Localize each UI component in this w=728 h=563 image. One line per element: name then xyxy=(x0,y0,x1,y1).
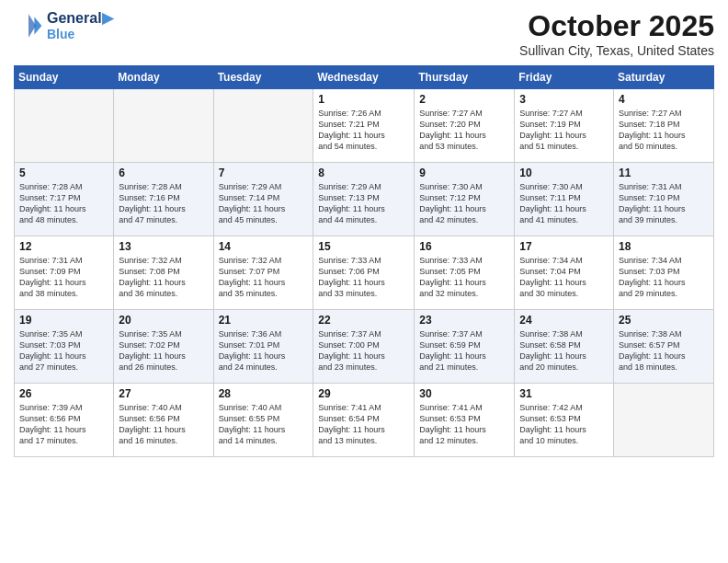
table-row: 4Sunrise: 7:27 AMSunset: 7:18 PMDaylight… xyxy=(614,89,714,163)
day-info: Sunrise: 7:34 AMSunset: 7:03 PMDaylight:… xyxy=(619,255,709,300)
day-info: Sunrise: 7:34 AMSunset: 7:04 PMDaylight:… xyxy=(519,255,609,300)
day-number: 2 xyxy=(419,93,509,106)
table-row: 2Sunrise: 7:27 AMSunset: 7:20 PMDaylight… xyxy=(415,89,515,163)
day-number: 1 xyxy=(318,93,409,106)
day-number: 17 xyxy=(519,240,609,253)
day-info: Sunrise: 7:28 AMSunset: 7:17 PMDaylight:… xyxy=(19,181,108,226)
logo: General▶ Blue xyxy=(14,9,113,41)
day-info: Sunrise: 7:42 AMSunset: 6:53 PMDaylight:… xyxy=(519,402,609,447)
logo-icon xyxy=(14,11,43,40)
day-number: 7 xyxy=(219,167,309,179)
day-info: Sunrise: 7:27 AMSunset: 7:18 PMDaylight:… xyxy=(619,108,709,153)
day-number: 24 xyxy=(519,314,609,327)
day-info: Sunrise: 7:33 AMSunset: 7:06 PMDaylight:… xyxy=(318,255,409,300)
page: General▶ Blue October 2025 Sullivan City… xyxy=(0,0,728,563)
table-row xyxy=(15,89,114,163)
day-info: Sunrise: 7:40 AMSunset: 6:55 PMDaylight:… xyxy=(219,402,309,447)
table-row xyxy=(114,89,213,163)
day-number: 4 xyxy=(619,93,709,106)
day-number: 16 xyxy=(419,240,509,253)
day-number: 12 xyxy=(19,240,108,253)
table-row: 11Sunrise: 7:31 AMSunset: 7:10 PMDayligh… xyxy=(614,163,714,236)
day-number: 28 xyxy=(219,387,309,400)
day-info: Sunrise: 7:39 AMSunset: 6:56 PMDaylight:… xyxy=(19,402,108,447)
table-row: 26Sunrise: 7:39 AMSunset: 6:56 PMDayligh… xyxy=(15,384,114,457)
day-info: Sunrise: 7:26 AMSunset: 7:21 PMDaylight:… xyxy=(318,108,409,153)
day-number: 30 xyxy=(419,387,509,400)
day-info: Sunrise: 7:41 AMSunset: 6:54 PMDaylight:… xyxy=(318,402,409,447)
col-sunday: Sunday xyxy=(15,66,114,89)
day-info: Sunrise: 7:35 AMSunset: 7:02 PMDaylight:… xyxy=(119,328,208,373)
table-row: 8Sunrise: 7:29 AMSunset: 7:13 PMDaylight… xyxy=(313,163,415,236)
day-info: Sunrise: 7:36 AMSunset: 7:01 PMDaylight:… xyxy=(219,328,309,373)
table-row: 15Sunrise: 7:33 AMSunset: 7:06 PMDayligh… xyxy=(313,236,415,310)
day-info: Sunrise: 7:41 AMSunset: 6:53 PMDaylight:… xyxy=(419,402,509,447)
location: Sullivan City, Texas, United States xyxy=(519,43,714,58)
table-row: 5Sunrise: 7:28 AMSunset: 7:17 PMDaylight… xyxy=(15,163,114,236)
table-row: 23Sunrise: 7:37 AMSunset: 6:59 PMDayligh… xyxy=(415,310,515,384)
table-row: 18Sunrise: 7:34 AMSunset: 7:03 PMDayligh… xyxy=(614,236,714,310)
day-number: 5 xyxy=(19,167,108,179)
table-row: 19Sunrise: 7:35 AMSunset: 7:03 PMDayligh… xyxy=(15,310,114,384)
calendar-week-row: 1Sunrise: 7:26 AMSunset: 7:21 PMDaylight… xyxy=(15,89,714,163)
table-row: 13Sunrise: 7:32 AMSunset: 7:08 PMDayligh… xyxy=(114,236,213,310)
day-number: 26 xyxy=(19,387,108,400)
day-number: 10 xyxy=(519,167,609,179)
table-row: 9Sunrise: 7:30 AMSunset: 7:12 PMDaylight… xyxy=(415,163,515,236)
table-row xyxy=(213,89,313,163)
day-info: Sunrise: 7:27 AMSunset: 7:19 PMDaylight:… xyxy=(519,108,609,153)
calendar-header-row: Sunday Monday Tuesday Wednesday Thursday… xyxy=(15,66,714,89)
day-number: 3 xyxy=(519,93,609,106)
title-block: October 2025 Sullivan City, Texas, Unite… xyxy=(519,9,714,58)
day-info: Sunrise: 7:31 AMSunset: 7:10 PMDaylight:… xyxy=(619,181,709,226)
table-row: 24Sunrise: 7:38 AMSunset: 6:58 PMDayligh… xyxy=(515,310,614,384)
table-row: 14Sunrise: 7:32 AMSunset: 7:07 PMDayligh… xyxy=(213,236,313,310)
day-number: 9 xyxy=(419,167,509,179)
table-row: 29Sunrise: 7:41 AMSunset: 6:54 PMDayligh… xyxy=(313,384,415,457)
header: General▶ Blue October 2025 Sullivan City… xyxy=(14,9,714,58)
day-info: Sunrise: 7:27 AMSunset: 7:20 PMDaylight:… xyxy=(419,108,509,153)
calendar-week-row: 12Sunrise: 7:31 AMSunset: 7:09 PMDayligh… xyxy=(15,236,714,310)
day-number: 19 xyxy=(19,314,108,327)
calendar-week-row: 26Sunrise: 7:39 AMSunset: 6:56 PMDayligh… xyxy=(15,384,714,457)
day-info: Sunrise: 7:32 AMSunset: 7:07 PMDaylight:… xyxy=(219,255,309,300)
table-row: 25Sunrise: 7:38 AMSunset: 6:57 PMDayligh… xyxy=(614,310,714,384)
day-info: Sunrise: 7:38 AMSunset: 6:58 PMDaylight:… xyxy=(519,328,609,373)
table-row: 3Sunrise: 7:27 AMSunset: 7:19 PMDaylight… xyxy=(515,89,614,163)
day-info: Sunrise: 7:35 AMSunset: 7:03 PMDaylight:… xyxy=(19,328,108,373)
day-number: 13 xyxy=(119,240,208,253)
table-row: 22Sunrise: 7:37 AMSunset: 7:00 PMDayligh… xyxy=(313,310,415,384)
day-info: Sunrise: 7:29 AMSunset: 7:13 PMDaylight:… xyxy=(318,181,409,226)
calendar-week-row: 19Sunrise: 7:35 AMSunset: 7:03 PMDayligh… xyxy=(15,310,714,384)
col-wednesday: Wednesday xyxy=(313,66,415,89)
col-thursday: Thursday xyxy=(415,66,515,89)
day-info: Sunrise: 7:28 AMSunset: 7:16 PMDaylight:… xyxy=(119,181,208,226)
col-monday: Monday xyxy=(114,66,213,89)
day-number: 31 xyxy=(519,387,609,400)
table-row: 12Sunrise: 7:31 AMSunset: 7:09 PMDayligh… xyxy=(15,236,114,310)
day-number: 6 xyxy=(119,167,208,179)
day-number: 23 xyxy=(419,314,509,327)
day-number: 29 xyxy=(318,387,409,400)
day-info: Sunrise: 7:30 AMSunset: 7:12 PMDaylight:… xyxy=(419,181,509,226)
day-info: Sunrise: 7:37 AMSunset: 6:59 PMDaylight:… xyxy=(419,328,509,373)
table-row: 27Sunrise: 7:40 AMSunset: 6:56 PMDayligh… xyxy=(114,384,213,457)
table-row: 31Sunrise: 7:42 AMSunset: 6:53 PMDayligh… xyxy=(515,384,614,457)
calendar: Sunday Monday Tuesday Wednesday Thursday… xyxy=(14,65,714,457)
table-row: 16Sunrise: 7:33 AMSunset: 7:05 PMDayligh… xyxy=(415,236,515,310)
day-number: 11 xyxy=(619,167,709,179)
day-number: 18 xyxy=(619,240,709,253)
table-row: 20Sunrise: 7:35 AMSunset: 7:02 PMDayligh… xyxy=(114,310,213,384)
col-friday: Friday xyxy=(515,66,614,89)
table-row xyxy=(614,384,714,457)
table-row: 6Sunrise: 7:28 AMSunset: 7:16 PMDaylight… xyxy=(114,163,213,236)
logo-text: General▶ Blue xyxy=(47,9,113,41)
table-row: 21Sunrise: 7:36 AMSunset: 7:01 PMDayligh… xyxy=(213,310,313,384)
table-row: 10Sunrise: 7:30 AMSunset: 7:11 PMDayligh… xyxy=(515,163,614,236)
day-info: Sunrise: 7:38 AMSunset: 6:57 PMDaylight:… xyxy=(619,328,709,373)
day-number: 27 xyxy=(119,387,208,400)
day-info: Sunrise: 7:31 AMSunset: 7:09 PMDaylight:… xyxy=(19,255,108,300)
day-info: Sunrise: 7:33 AMSunset: 7:05 PMDaylight:… xyxy=(419,255,509,300)
day-number: 22 xyxy=(318,314,409,327)
day-number: 15 xyxy=(318,240,409,253)
